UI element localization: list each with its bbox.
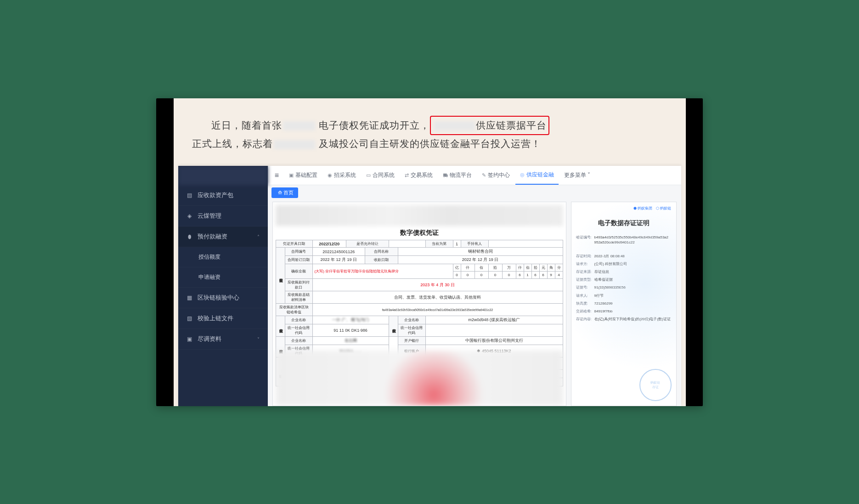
file-icon: ▧ bbox=[186, 315, 193, 322]
evidence-row: 证据类型:哈希值证据 bbox=[576, 277, 672, 282]
tab-bar: ⟰ 首页 bbox=[268, 185, 681, 200]
evidence-row: 存证来源:存证信息 bbox=[576, 269, 672, 274]
sidebar-item-cloud-coal[interactable]: ◈ 云煤管理 bbox=[178, 206, 268, 227]
evidence-row: 交易哈希:84919f7fbb bbox=[576, 309, 672, 314]
article-text: 及城投公司自主研发的供应链金融平台投入运营！ bbox=[319, 138, 541, 149]
antgroup-logo: ⬢ 蚂蚁集团 bbox=[633, 206, 652, 211]
evidence-row: 请求人:9行节 bbox=[576, 293, 672, 298]
evidence-row: 请求方:(公司) 科技有限公司 bbox=[576, 261, 672, 266]
evidence-row: 存证内容:在(记)具(对应下列哈希值)的(20位)电子(数)证证 bbox=[576, 317, 672, 322]
highlighted-phrase: 供应链票据平台 bbox=[430, 116, 549, 136]
presentation-frame: 近日，随着首张 电子债权凭证成功开立，供应链票据平台 正式上线，标志着 及城投公… bbox=[156, 98, 703, 406]
pen-icon: ✎ bbox=[482, 172, 486, 178]
target-icon: ◉ bbox=[328, 172, 332, 178]
evidence-row: 块高度:721286299 bbox=[576, 301, 672, 306]
evidence-row: 证据号:91(33)5898335E56 bbox=[576, 285, 672, 290]
sidebar-item-label: 区块链核验中心 bbox=[198, 294, 239, 302]
evidence-title: 电子数据存证证明 bbox=[576, 215, 672, 235]
diamond-icon: ◈ bbox=[186, 213, 193, 219]
sidebar-item-blockchain-verify[interactable]: ▦ 区块链核验中心 bbox=[178, 288, 268, 308]
chevron-up-icon: ˄ bbox=[257, 234, 260, 239]
topnav-item-trading[interactable]: ⇄交易系统 bbox=[400, 166, 437, 185]
topnav-item-procurement[interactable]: ◉招采系统 bbox=[323, 166, 361, 185]
redacted-text bbox=[274, 140, 315, 149]
article-text: 电子债权凭证成功开立， bbox=[319, 120, 430, 130]
sidebar-item-verify-onchain[interactable]: ▧ 校验上链文件 bbox=[178, 308, 268, 329]
topnav-item-signing[interactable]: ✎签约中心 bbox=[477, 166, 514, 185]
hamburger-icon[interactable]: ≡ bbox=[271, 171, 283, 180]
antchain-logo: ⬡ 蚂蚁链 bbox=[656, 206, 671, 211]
app-screenshot: ▤ 应收款资产包 ◈ 云煤管理 ⬮ 预付款融资 ˄ 授信额度 申请融资 bbox=[178, 166, 681, 406]
sidebar-item-label: 尽调资料 bbox=[198, 335, 221, 343]
sidebar-subitem-apply-financing[interactable]: 申请融资 bbox=[178, 267, 268, 288]
evidence-row: 存证时间:2022-3月 08:08:48 bbox=[576, 254, 672, 259]
redacted-text bbox=[283, 121, 315, 130]
sidebar-item-label: 校验上链文件 bbox=[198, 314, 233, 323]
finance-icon: ⬮ bbox=[186, 233, 193, 240]
topnav-item-contract[interactable]: ▭合同系统 bbox=[362, 166, 399, 185]
tab-home[interactable]: ⟰ 首页 bbox=[271, 187, 298, 198]
sidebar-item-prepayment[interactable]: ⬮ 预付款融资 ˄ bbox=[178, 227, 268, 247]
topnav-item-more[interactable]: 更多菜单 ˅ bbox=[559, 166, 595, 185]
exchange-icon: ⇄ bbox=[405, 172, 409, 178]
grid-icon: ▦ bbox=[186, 294, 193, 301]
doc-icon: ▣ bbox=[186, 336, 193, 342]
sidebar-item-label: 授信额度 bbox=[198, 253, 220, 261]
doc-icon: ▭ bbox=[366, 172, 371, 178]
certificate-panel: 数字债权凭证 凭证开具日期 2022/12/20 是否允许转让 当前为第 1 手… bbox=[272, 202, 566, 406]
top-navigation: ≡ ▣基础配置 ◉招采系统 ▭合同系统 ⇄交易系统 ⛟物流平台 ✎签约中心 ◎供… bbox=[268, 166, 681, 185]
topnav-item-logistics[interactable]: ⛟物流平台 bbox=[438, 166, 476, 185]
list-icon: ▤ bbox=[186, 192, 193, 198]
redacted-seal-area bbox=[276, 351, 563, 406]
sidebar: ▤ 应收款资产包 ◈ 云煤管理 ⬮ 预付款融资 ˄ 授信额度 申请融资 bbox=[178, 166, 268, 406]
evidence-panel: ⬢ 蚂蚁集团 ⬡ 蚂蚁链 电子数据存证证明 哈证编号:b493a4d3/5253… bbox=[571, 202, 677, 406]
evidence-seal-icon: 蚂蚁链存证 bbox=[639, 369, 672, 401]
chevron-down-icon: ˅ bbox=[257, 337, 260, 342]
sidebar-item-due-diligence[interactable]: ▣ 尽调资料 ˅ bbox=[178, 329, 268, 350]
certificate-title: 数字债权凭证 bbox=[276, 227, 563, 240]
redacted-header bbox=[276, 205, 563, 226]
evidence-row: 哈证编号:b493a4d3/52535c550b48e49c649d359a53… bbox=[576, 235, 672, 245]
main-area: ≡ ▣基础配置 ◉招采系统 ▭合同系统 ⇄交易系统 ⛟物流平台 ✎签约中心 ◎供… bbox=[268, 166, 681, 406]
topnav-item-basic-config[interactable]: ▣基础配置 bbox=[284, 166, 322, 185]
sidebar-subitem-credit-limit[interactable]: 授信额度 bbox=[178, 247, 268, 267]
chain-icon: ◎ bbox=[520, 172, 525, 178]
evidence-logos: ⬢ 蚂蚁集团 ⬡ 蚂蚁链 bbox=[576, 206, 672, 215]
sidebar-item-label: 云煤管理 bbox=[198, 212, 221, 220]
sidebar-item-label: 申请融资 bbox=[198, 273, 220, 281]
document-page: 近日，随着首张 电子债权凭证成功开立，供应链票据平台 正式上线，标志着 及城投公… bbox=[174, 98, 686, 406]
sidebar-logo-blurred bbox=[178, 166, 268, 185]
topnav-item-supply-chain-finance[interactable]: ◎供应链金融 bbox=[515, 166, 559, 185]
article-paragraph: 近日，随着首张 电子债权凭证成功开立，供应链票据平台 正式上线，标志着 及城投公… bbox=[174, 98, 686, 166]
article-text: 正式上线，标志着 bbox=[192, 138, 273, 149]
redacted-text bbox=[434, 121, 475, 130]
article-text: 近日，随着首张 bbox=[211, 120, 282, 130]
config-icon: ▣ bbox=[289, 172, 294, 178]
sidebar-item-label: 预付款融资 bbox=[198, 232, 227, 241]
truck-icon: ⛟ bbox=[443, 173, 448, 178]
sidebar-item-label: 应收款资产包 bbox=[198, 191, 233, 199]
content-row: 数字债权凭证 凭证开具日期 2022/12/20 是否允许转让 当前为第 1 手… bbox=[268, 200, 681, 406]
sidebar-item-receivables[interactable]: ▤ 应收款资产包 bbox=[178, 185, 268, 206]
